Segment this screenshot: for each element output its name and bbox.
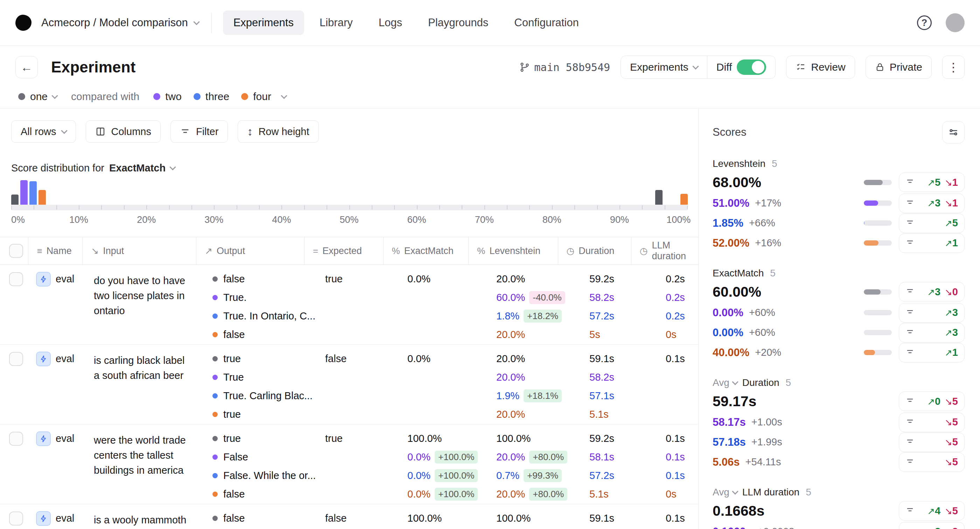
score-filter-pill[interactable]: ↗4↘5 — [899, 501, 965, 521]
score-filter-pill[interactable]: ↗3 — [899, 323, 965, 343]
app-logo[interactable] — [15, 15, 32, 31]
row-height-button[interactable]: ↕ Row height — [238, 120, 318, 143]
expected-cell: false — [325, 509, 399, 527]
output-cell[interactable]: false — [212, 326, 317, 344]
score-cell: 100.0% — [488, 509, 581, 527]
select-all-cell — [0, 237, 28, 265]
score-filter-pill[interactable]: ↗1 — [899, 234, 965, 253]
more-options-button[interactable]: ⋮ — [942, 56, 965, 79]
column-header-exactmatch[interactable]: %ExactMatch — [383, 237, 469, 265]
divider — [212, 13, 212, 33]
all-rows-dropdown[interactable]: All rows — [11, 120, 76, 143]
column-header-expected[interactable]: =Expected — [304, 237, 383, 265]
compared-experiment-three[interactable]: three — [194, 91, 229, 103]
score-cell: 0.2s — [657, 288, 698, 307]
workspace-selector[interactable]: Acmecorp / Model comparison — [41, 16, 199, 29]
score-filter-pill[interactable]: ↗3↘2 — [899, 522, 965, 529]
compared-experiment-two[interactable]: two — [153, 91, 181, 103]
score-filter-pill[interactable]: ↗1 — [899, 343, 965, 362]
row-name[interactable]: eval — [56, 273, 74, 285]
help-icon[interactable]: ? — [917, 15, 932, 30]
score-filter-pill[interactable]: ↘5 — [899, 413, 965, 432]
avatar[interactable] — [946, 13, 965, 32]
tab-configuration[interactable]: Configuration — [504, 11, 589, 35]
output-cell[interactable]: False — [212, 527, 317, 529]
axis-label: 90% — [610, 214, 629, 225]
workspace-name: Acmecorp / Model comparison — [41, 16, 188, 29]
input-cell[interactable]: is a wooly mammoth the same as a — [94, 513, 204, 529]
compared-experiment-four[interactable]: four — [241, 91, 271, 103]
select-all-checkbox[interactable] — [9, 244, 23, 258]
tab-library[interactable]: Library — [309, 11, 363, 35]
expected-cell — [325, 466, 399, 485]
experiments-dropdown[interactable]: Experiments — [621, 56, 707, 78]
row-name[interactable]: eval — [56, 513, 74, 524]
base-experiment-selector[interactable]: one — [18, 91, 57, 103]
score-filter-pill[interactable]: ↘5 — [899, 432, 965, 452]
score-filter-pill[interactable]: ↗3↘1 — [899, 194, 965, 213]
row-checkbox[interactable] — [9, 272, 23, 286]
input-cell[interactable]: is carling black label a south african b… — [94, 353, 204, 383]
tab-logs[interactable]: Logs — [368, 11, 413, 35]
input-cell[interactable]: do you have to have two license plates i… — [94, 273, 204, 318]
output-cell[interactable]: False — [212, 448, 317, 466]
back-button[interactable]: ← — [15, 56, 38, 78]
diff-toggle[interactable] — [737, 59, 766, 75]
tab-playgrounds[interactable]: Playgrounds — [418, 11, 499, 35]
output-cell[interactable]: true — [212, 349, 317, 368]
columns-button[interactable]: Columns — [86, 120, 161, 143]
score-row: 52.00%+16%↗1 — [713, 233, 965, 253]
score-filter-pill[interactable]: ↗5↘1 — [899, 173, 965, 192]
row-name[interactable]: eval — [56, 433, 74, 444]
improvements-count: ↗1 — [945, 347, 958, 358]
output-cell[interactable]: false — [212, 270, 317, 288]
score-cell: 5.1s — [581, 485, 657, 504]
output-cell[interactable]: true — [212, 405, 317, 424]
row-checkbox[interactable] — [9, 512, 23, 526]
output-cell[interactable]: true — [212, 429, 317, 448]
output-cell[interactable]: false — [212, 509, 317, 527]
column-header-llm-duration[interactable]: ◷LLM duration — [631, 237, 698, 265]
score-delta: +20% — [755, 347, 781, 358]
histogram-bar — [680, 194, 688, 205]
tab-experiments[interactable]: Experiments — [223, 11, 304, 35]
output-cell[interactable]: false — [212, 485, 317, 504]
score-filter-pill[interactable]: ↗0↘5 — [899, 391, 965, 411]
table-header: ≡Name↘Input↗Output=Expected%ExactMatch%L… — [0, 237, 698, 265]
table-row: evaldo you have to have two license plat… — [0, 265, 698, 345]
filter-button[interactable]: Filter — [170, 120, 228, 143]
chevron-down-icon[interactable] — [281, 92, 287, 98]
column-header-levenshtein[interactable]: %Levenshtein — [468, 237, 558, 265]
score-filter-pill[interactable]: ↗3 — [899, 303, 965, 322]
experiment-dot — [212, 295, 218, 300]
scores-settings-button[interactable] — [942, 121, 965, 143]
output-cell[interactable]: True. In Ontario, C... — [212, 307, 317, 326]
output-cell[interactable]: False. While the or... — [212, 466, 317, 485]
expected-cell — [325, 405, 399, 424]
score-cell: 0s — [657, 485, 698, 504]
row-name[interactable]: eval — [56, 353, 74, 365]
output-cell[interactable]: True — [212, 368, 317, 387]
column-header-duration[interactable]: ◷Duration — [558, 237, 631, 265]
clock-icon: ◷ — [566, 246, 575, 256]
score-value: 57.18s — [713, 436, 746, 448]
score-filter-pill[interactable]: ↘5 — [899, 453, 965, 472]
score-cell: 20.0% — [488, 368, 581, 387]
column-header-output[interactable]: ↗Output — [196, 237, 304, 265]
aggregation-selector[interactable]: Avg — [713, 487, 737, 498]
score-filter-pill[interactable]: ↗5 — [899, 213, 965, 233]
column-header-name[interactable]: ≡Name — [28, 237, 82, 265]
eval-bolt-icon — [36, 511, 51, 526]
output-cell[interactable]: True. Carling Blac... — [212, 387, 317, 405]
score-distribution-selector[interactable]: Score distribution for ExactMatch — [0, 162, 698, 174]
row-checkbox[interactable] — [9, 352, 23, 366]
aggregation-selector[interactable]: Avg — [713, 377, 737, 388]
output-cell[interactable]: True. — [212, 288, 317, 307]
column-header-input[interactable]: ↘Input — [82, 237, 196, 265]
private-button[interactable]: Private — [865, 56, 932, 79]
input-cell[interactable]: were the world trade centers the tallest… — [94, 433, 204, 478]
axis-tick — [461, 205, 462, 210]
score-filter-pill[interactable]: ↗3↘0 — [899, 282, 965, 302]
review-button[interactable]: Review — [786, 56, 855, 79]
row-checkbox[interactable] — [9, 432, 23, 446]
